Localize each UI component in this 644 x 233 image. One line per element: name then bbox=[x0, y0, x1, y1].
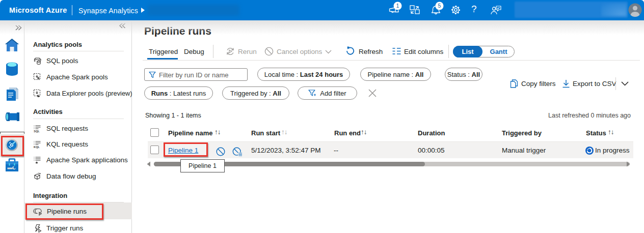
svg-text:SQL: SQL bbox=[34, 130, 40, 133]
svg-text:1: 1 bbox=[396, 3, 399, 9]
svg-text:KQL: KQL bbox=[34, 145, 40, 149]
svg-text:5: 5 bbox=[438, 3, 441, 9]
